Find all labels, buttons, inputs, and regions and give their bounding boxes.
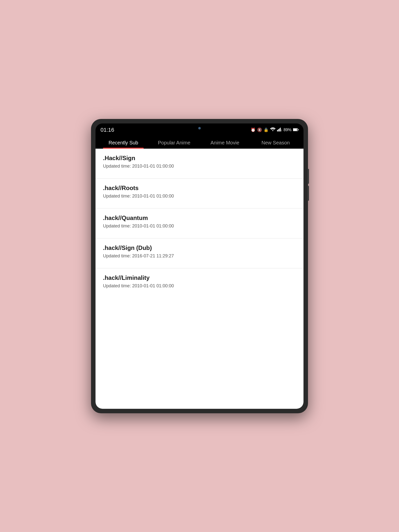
svg-rect-0: [277, 130, 278, 131]
tab-new-season[interactable]: New Season: [250, 136, 301, 149]
anime-updated: Updated time: 2010-01-01 01:00:00: [103, 194, 296, 199]
tablet-screen: 01:16 ⏰ 🔇 🔒: [96, 123, 303, 409]
tab-recently-sub[interactable]: Recently Sub: [98, 136, 149, 149]
svg-rect-6: [293, 129, 297, 131]
anime-title: .hack//Quantum: [103, 214, 296, 221]
signal-icon: [277, 127, 282, 132]
svg-rect-3: [280, 128, 281, 131]
list-item[interactable]: .Hack//Sign Updated time: 2010-01-01 01:…: [96, 149, 303, 179]
list-item[interactable]: .hack//Roots Updated time: 2010-01-01 01…: [96, 179, 303, 209]
tab-popular-anime[interactable]: Popular Anime: [149, 136, 200, 149]
anime-title: .hack//Sign (Dub): [103, 244, 296, 251]
content-area[interactable]: .Hack//Sign Updated time: 2010-01-01 01:…: [96, 149, 303, 409]
battery-text: 89%: [284, 128, 292, 132]
anime-updated: Updated time: 2010-01-01 01:00:00: [103, 283, 296, 289]
anime-updated: Updated time: 2010-01-01 01:00:00: [103, 223, 296, 229]
svg-rect-4: [281, 129, 282, 131]
lock-icon: 🔒: [264, 127, 269, 132]
tab-bar: Recently Sub Popular Anime Anime Movie N…: [96, 136, 303, 149]
anime-title: .hack//Roots: [103, 185, 296, 192]
anime-updated: Updated time: 2010-01-01 01:00:00: [103, 164, 296, 169]
tab-anime-movie[interactable]: Anime Movie: [200, 136, 250, 149]
wifi-icon: [270, 127, 276, 133]
anime-title: .Hack//Sign: [103, 155, 296, 162]
volume-down-button[interactable]: [307, 186, 309, 201]
tablet-frame: 01:16 ⏰ 🔇 🔒: [91, 119, 308, 413]
anime-title: .hack//Liminality: [103, 274, 296, 281]
volume-up-button[interactable]: [307, 169, 309, 184]
list-item[interactable]: .hack//Liminality Updated time: 2010-01-…: [96, 268, 303, 298]
mute-icon: 🔇: [257, 127, 262, 132]
status-time: 01:16: [100, 127, 114, 133]
side-buttons: [307, 169, 309, 201]
status-bar: 01:16 ⏰ 🔇 🔒: [96, 123, 303, 136]
camera: [198, 127, 201, 129]
svg-rect-2: [279, 128, 280, 131]
list-item[interactable]: .hack//Quantum Updated time: 2010-01-01 …: [96, 209, 303, 238]
anime-updated: Updated time: 2016-07-21 11:29:27: [103, 253, 296, 259]
status-icons: ⏰ 🔇 🔒: [251, 127, 299, 133]
battery-icon: [293, 128, 299, 132]
svg-rect-7: [298, 129, 299, 130]
svg-rect-1: [278, 129, 279, 131]
alarm-icon: ⏰: [251, 127, 256, 132]
list-item[interactable]: .hack//Sign (Dub) Updated time: 2016-07-…: [96, 238, 303, 268]
